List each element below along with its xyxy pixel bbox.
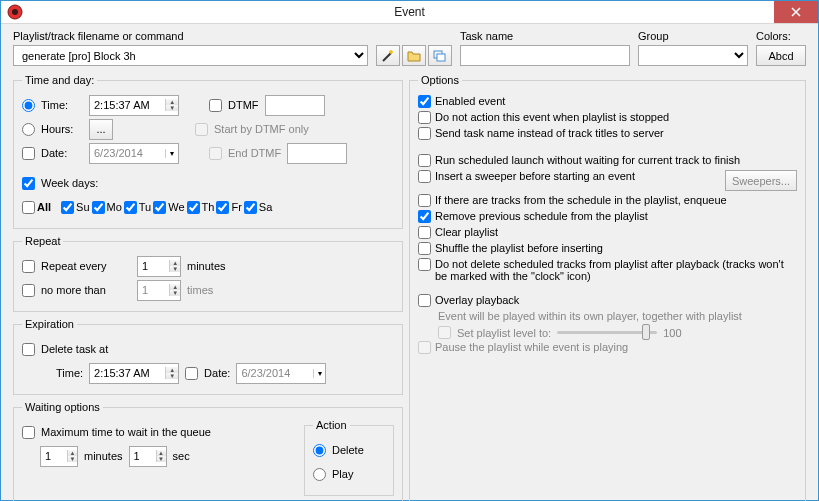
pause-checkbox[interactable]	[418, 341, 431, 354]
group-select[interactable]	[638, 45, 748, 66]
taskname-input[interactable]	[460, 45, 630, 66]
sweepers-button[interactable]: Sweepers...	[725, 170, 797, 191]
weekdays-label[interactable]: Week days:	[41, 177, 98, 189]
if-tracks-checkbox[interactable]	[418, 194, 431, 207]
expiration-group: Expiration Delete task at Time: ▲▼ Date:…	[13, 318, 403, 395]
time-radio-label[interactable]: Time:	[41, 99, 83, 111]
max-wait-checkbox[interactable]	[22, 426, 35, 439]
date-checkbox[interactable]	[22, 147, 35, 160]
colors-button[interactable]: Abcd	[756, 45, 806, 66]
no-action-checkbox[interactable]	[418, 111, 431, 124]
folder-icon	[407, 50, 421, 62]
nomore-checkbox[interactable]	[22, 284, 35, 297]
calendar-icon[interactable]: ▾	[313, 369, 326, 378]
dtmf-label[interactable]: DTMF	[228, 99, 259, 111]
clear-playlist-checkbox[interactable]	[418, 226, 431, 239]
nomore-input[interactable]: ▲▼	[137, 280, 181, 301]
start-dtmf-label: Start by DTMF only	[214, 123, 309, 135]
colors-label: Colors:	[756, 30, 806, 42]
svg-point-1	[12, 9, 18, 15]
time-day-group: Time and day: Time: ▲▼ DTMF Hours: ...	[13, 74, 403, 229]
wait-sec-input[interactable]: ▲▼	[129, 446, 167, 467]
level-max: 100	[663, 327, 681, 339]
insert-sweeper-checkbox[interactable]	[418, 170, 431, 183]
options-legend: Options	[418, 74, 462, 86]
day-all-label[interactable]: All	[37, 201, 51, 213]
close-icon	[791, 7, 801, 17]
exp-time-input[interactable]: ▲▼	[89, 363, 179, 384]
wait-minutes-label: minutes	[84, 450, 123, 462]
hours-button[interactable]: ...	[89, 119, 113, 140]
expiration-legend: Expiration	[22, 318, 77, 330]
nomore-label[interactable]: no more than	[41, 284, 131, 296]
time-radio[interactable]	[22, 99, 35, 112]
hours-radio[interactable]	[22, 123, 35, 136]
level-slider[interactable]	[557, 331, 657, 334]
send-task-checkbox[interactable]	[418, 127, 431, 140]
day-all-checkbox[interactable]	[22, 201, 35, 214]
shuffle-checkbox[interactable]	[418, 242, 431, 255]
date-input[interactable]: ▾	[89, 143, 179, 164]
group-label: Group	[638, 30, 748, 42]
time-input[interactable]: ▲▼	[89, 95, 179, 116]
wizard-button[interactable]	[376, 45, 400, 66]
close-button[interactable]	[774, 1, 818, 23]
repeat-group: Repeat Repeat every ▲▼ minutes no more t…	[13, 235, 403, 312]
dtmf-input[interactable]	[265, 95, 325, 116]
delete-task-checkbox[interactable]	[22, 343, 35, 356]
repeat-minutes-label: minutes	[187, 260, 226, 272]
remove-prev-checkbox[interactable]	[418, 210, 431, 223]
action-play-radio[interactable]	[313, 468, 326, 481]
exp-date-label[interactable]: Date:	[204, 367, 230, 379]
calendar-icon[interactable]: ▾	[165, 149, 178, 158]
window-title: Event	[394, 5, 425, 19]
wand-icon	[381, 49, 395, 63]
exp-date-input[interactable]: ▾	[236, 363, 326, 384]
repeat-legend: Repeat	[22, 235, 63, 247]
wait-min-input[interactable]: ▲▼	[40, 446, 78, 467]
run-sched-checkbox[interactable]	[418, 154, 431, 167]
no-delete-checkbox[interactable]	[418, 258, 431, 271]
enabled-checkbox[interactable]	[418, 95, 431, 108]
pause-label: Pause the playlist while event is playin…	[435, 341, 797, 353]
day-fr-checkbox[interactable]	[216, 201, 229, 214]
action-delete-radio[interactable]	[313, 444, 326, 457]
titlebar: Event	[1, 1, 818, 24]
max-wait-label[interactable]: Maximum time to wait in the queue	[41, 426, 211, 438]
day-sa-checkbox[interactable]	[244, 201, 257, 214]
repeat-every-label[interactable]: Repeat every	[41, 260, 131, 272]
browse-button[interactable]	[402, 45, 426, 66]
day-th-checkbox[interactable]	[187, 201, 200, 214]
waiting-legend: Waiting options	[22, 401, 103, 413]
repeat-every-input[interactable]: ▲▼	[137, 256, 181, 277]
set-level-label: Set playlist level to:	[457, 327, 551, 339]
repeat-every-checkbox[interactable]	[22, 260, 35, 273]
time-day-legend: Time and day:	[22, 74, 97, 86]
hours-radio-label[interactable]: Hours:	[41, 123, 83, 135]
overlay-hint: Event will be played within its own play…	[438, 310, 797, 322]
day-we-checkbox[interactable]	[153, 201, 166, 214]
end-dtmf-input[interactable]	[287, 143, 347, 164]
exp-date-checkbox[interactable]	[185, 367, 198, 380]
svg-rect-3	[437, 54, 445, 61]
overlay-checkbox[interactable]	[418, 294, 431, 307]
filename-select[interactable]: generate [pro] Block 3h	[13, 45, 368, 66]
delete-task-label[interactable]: Delete task at	[41, 343, 108, 355]
options-group: Options Enabled event Do not action this…	[409, 74, 806, 501]
windows-button[interactable]	[428, 45, 452, 66]
windows-icon	[433, 50, 447, 62]
dtmf-checkbox[interactable]	[209, 99, 222, 112]
action-legend: Action	[313, 419, 350, 431]
app-icon	[7, 4, 23, 20]
day-tu-checkbox[interactable]	[124, 201, 137, 214]
date-checkbox-label[interactable]: Date:	[41, 147, 83, 159]
set-level-checkbox[interactable]	[438, 326, 451, 339]
weekdays-checkbox[interactable]	[22, 177, 35, 190]
start-dtmf-checkbox[interactable]	[195, 123, 208, 136]
end-dtmf-checkbox[interactable]	[209, 147, 222, 160]
day-su-checkbox[interactable]	[61, 201, 74, 214]
day-mo-checkbox[interactable]	[92, 201, 105, 214]
end-dtmf-label: End DTMF	[228, 147, 281, 159]
waiting-group: Waiting options Maximum time to wait in …	[13, 401, 403, 501]
wait-sec-label: sec	[173, 450, 190, 462]
